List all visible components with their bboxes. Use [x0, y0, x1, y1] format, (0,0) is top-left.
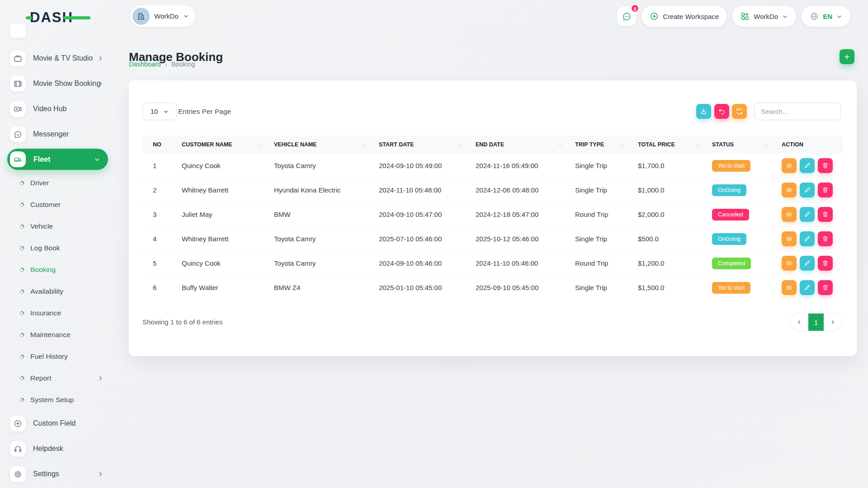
- download-button[interactable]: [696, 104, 711, 119]
- plus-circle-icon: [14, 419, 22, 428]
- sidebar-item-driver[interactable]: Driver: [0, 172, 129, 194]
- sidebar-item-maintenance[interactable]: Maintenance: [0, 324, 129, 346]
- logo-dash-icon: [26, 16, 32, 19]
- workdo-dropdown[interactable]: WorkDo: [732, 6, 796, 27]
- delete-button[interactable]: [818, 183, 833, 197]
- sidebar-item-movie-show-booking[interactable]: Movie Show Booking: [0, 71, 129, 96]
- bullet-progress-icon: [19, 311, 24, 316]
- sidebar-item-label: Fleet: [33, 155, 50, 164]
- column-header-end-date[interactable]: END DATE↑↓: [465, 136, 565, 154]
- delete-button[interactable]: [818, 256, 833, 271]
- cell-vehicle-name: Toyota Camry: [264, 227, 368, 251]
- view-button[interactable]: [782, 231, 797, 246]
- edit-button[interactable]: [800, 207, 815, 222]
- pencil-icon: [804, 187, 811, 193]
- sidebar-item-customer[interactable]: Customer: [0, 194, 129, 216]
- sidebar-item-movie-tv-studio[interactable]: Movie & TV Studio: [0, 46, 129, 71]
- entries-per-page-select[interactable]: 10: [142, 103, 177, 120]
- sidebar-item-report[interactable]: Report: [0, 367, 129, 389]
- page-number-active[interactable]: 1: [808, 314, 824, 331]
- sort-icon[interactable]: ↑↓: [362, 142, 365, 147]
- cell-start-date: 2024-09-10 05:46:00: [368, 251, 465, 276]
- sidebar-item-settings[interactable]: Settings: [0, 461, 129, 487]
- bullet-progress-icon: [19, 202, 24, 207]
- cell-no: 6: [142, 276, 171, 300]
- undo-button[interactable]: [714, 104, 729, 119]
- cell-start-date: 2024-09-10 05:49:00: [368, 154, 465, 178]
- sidebar-item-booking[interactable]: Booking: [0, 259, 129, 281]
- column-header-action: ACTION: [771, 136, 843, 154]
- view-button[interactable]: [782, 158, 797, 173]
- sort-icon[interactable]: ↑↓: [764, 142, 768, 147]
- cell-action: [771, 251, 843, 276]
- table-row: 4 Whitney Barrett Toyota Camry 2025-07-1…: [142, 227, 843, 251]
- cell-vehicle-name: Toyota Camry: [264, 154, 368, 178]
- sidebar-item-messenger[interactable]: Messenger: [0, 122, 129, 147]
- cell-status: Yet to start: [702, 154, 771, 178]
- sidebar: Movie & TV Studio Movie Show Booking Vid…: [0, 33, 129, 488]
- sidebar-item-video-hub[interactable]: Video Hub: [0, 96, 129, 122]
- edit-button[interactable]: [800, 158, 815, 173]
- sort-icon[interactable]: ↑↓: [458, 142, 462, 147]
- sort-icon[interactable]: ↑↓: [257, 142, 260, 147]
- entries-per-page-value: 10: [151, 108, 158, 115]
- column-header-vehicle-name[interactable]: VEHICLE NAME↑↓: [264, 136, 368, 154]
- column-header-trip-type[interactable]: TRIP TYPE↑↓: [565, 136, 627, 154]
- sidebar-item-label: Insurance: [30, 309, 61, 317]
- sort-icon[interactable]: ↑↓: [558, 142, 561, 147]
- cell-total-price: $1,200.0: [627, 251, 702, 276]
- cell-end-date: 2024-12-18 05:47:00: [465, 202, 565, 227]
- edit-button[interactable]: [800, 183, 815, 197]
- view-button[interactable]: [782, 256, 797, 271]
- sort-icon[interactable]: ↑↓: [621, 142, 624, 147]
- cell-status: Cancelled: [702, 202, 771, 227]
- add-booking-button[interactable]: +: [840, 49, 854, 64]
- column-header-status[interactable]: STATUS↑↓: [702, 136, 771, 154]
- delete-button[interactable]: [818, 207, 833, 222]
- workspace-selector[interactable]: WorkDo: [130, 5, 195, 27]
- messages-button[interactable]: 0: [617, 7, 636, 26]
- delete-button[interactable]: [818, 280, 833, 295]
- edit-button[interactable]: [800, 231, 815, 246]
- sidebar-item-insurance[interactable]: Insurance: [0, 302, 129, 324]
- delete-button[interactable]: [818, 158, 833, 173]
- search-input[interactable]: [754, 103, 841, 120]
- edit-button[interactable]: [800, 256, 815, 271]
- previous-page-button[interactable]: [790, 314, 808, 331]
- edit-button[interactable]: [800, 280, 815, 295]
- sidebar-item-custom-field[interactable]: Custom Field: [0, 411, 129, 436]
- column-header-start-date[interactable]: START DATE↑↓: [368, 136, 465, 154]
- sidebar-item-helpdesk[interactable]: Helpdesk: [0, 436, 129, 461]
- sidebar-item-log-book[interactable]: Log Book: [0, 237, 129, 259]
- breadcrumb-dashboard-link[interactable]: Dashboard: [129, 61, 161, 68]
- sidebar-item-fleet[interactable]: Fleet: [7, 149, 108, 170]
- next-page-button[interactable]: [824, 314, 842, 331]
- headphones-icon: [14, 445, 22, 453]
- language-dropdown[interactable]: EN: [802, 6, 850, 27]
- view-button[interactable]: [782, 280, 797, 295]
- cell-customer-name: Quincy Cook: [171, 251, 264, 276]
- sidebar-item-system-setup[interactable]: System Setup: [0, 389, 129, 411]
- refresh-button[interactable]: [732, 104, 747, 119]
- create-workspace-button[interactable]: Create Workspace: [642, 6, 727, 27]
- sidebar-item-availability[interactable]: Availability: [0, 281, 129, 302]
- pencil-icon: [804, 162, 811, 169]
- delete-button[interactable]: [818, 231, 833, 246]
- sidebar-item-vehicle[interactable]: Vehicle: [0, 216, 129, 237]
- cell-customer-name: Buffy Walter: [171, 276, 264, 300]
- sidebar-item-fuel-history[interactable]: Fuel History: [0, 346, 129, 367]
- column-header-total-price[interactable]: TOTAL PRICE↑↓: [627, 136, 702, 154]
- cell-action: [771, 202, 843, 227]
- globe-icon: [810, 12, 819, 21]
- view-button[interactable]: [782, 183, 797, 197]
- column-header-customer-name[interactable]: CUSTOMER NAME↑↓: [171, 136, 264, 154]
- sort-icon[interactable]: ↑↓: [695, 142, 698, 147]
- column-header-no: NO: [142, 136, 171, 154]
- cell-total-price: $500.0: [627, 227, 702, 251]
- trash-icon: [822, 211, 829, 218]
- logo-bar-icon: [63, 16, 90, 19]
- cell-no: 4: [142, 227, 171, 251]
- sidebar-item-label: Driver: [30, 179, 49, 187]
- view-button[interactable]: [782, 207, 797, 222]
- chevron-down-icon: [183, 13, 189, 19]
